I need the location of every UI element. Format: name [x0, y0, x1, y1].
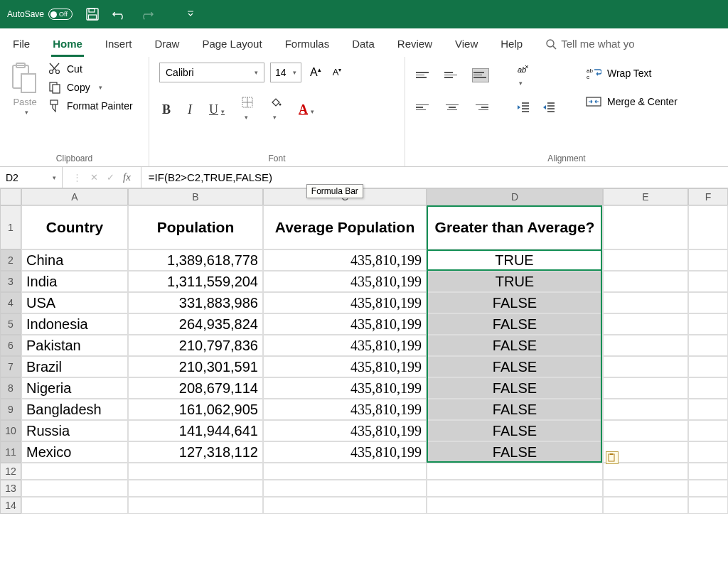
cell-D5[interactable]: FALSE: [427, 313, 603, 335]
fill-color-button[interactable]: ▾: [267, 95, 284, 124]
cell-C14[interactable]: [263, 497, 427, 514]
tab-file[interactable]: File: [11, 33, 31, 57]
cell-B12[interactable]: [128, 463, 263, 480]
name-box[interactable]: D2 ▾: [0, 167, 63, 188]
font-name-select[interactable]: Calibri ▾: [159, 63, 264, 82]
cell-E12[interactable]: [603, 463, 688, 480]
cell-F6[interactable]: [688, 335, 728, 356]
border-button[interactable]: ▾: [239, 95, 256, 124]
row-header-9[interactable]: 9: [0, 399, 21, 420]
tab-insert[interactable]: Insert: [104, 33, 134, 57]
tell-me-search[interactable]: Tell me what yo: [544, 33, 636, 57]
cell-F12[interactable]: [688, 463, 728, 480]
row-header-5[interactable]: 5: [0, 313, 21, 335]
cell-B4[interactable]: 331,883,986: [128, 292, 263, 313]
cell-D3[interactable]: TRUE: [427, 271, 603, 292]
cell-B9[interactable]: 161,062,905: [128, 399, 263, 420]
tab-review[interactable]: Review: [396, 33, 434, 57]
cell-E14[interactable]: [603, 497, 688, 514]
tab-view[interactable]: View: [454, 33, 479, 57]
cell-C5[interactable]: 435,810,199: [263, 313, 427, 335]
cell-C12[interactable]: [263, 463, 427, 480]
column-header-F[interactable]: F: [688, 188, 728, 205]
bold-button[interactable]: B: [159, 101, 173, 119]
cell-D4[interactable]: FALSE: [427, 292, 603, 313]
font-color-button[interactable]: A▾: [296, 101, 317, 119]
italic-button[interactable]: I: [185, 101, 195, 119]
column-header-A[interactable]: A: [21, 188, 128, 205]
redo-icon[interactable]: [139, 7, 154, 21]
autosave-toggle[interactable]: AutoSave Off: [7, 9, 73, 20]
cell-B11[interactable]: 127,318,112: [128, 441, 263, 463]
cell-D2[interactable]: TRUE: [427, 249, 603, 271]
cell-C1[interactable]: Average Population: [263, 205, 427, 249]
cell-F11[interactable]: [688, 441, 728, 463]
column-header-E[interactable]: E: [603, 188, 688, 205]
cell-B2[interactable]: 1,389,618,778: [128, 249, 263, 271]
row-header-11[interactable]: 11: [0, 441, 21, 463]
merge-center-button[interactable]: Merge & Center: [586, 95, 678, 108]
cell-A9[interactable]: Bangladesh: [21, 399, 128, 420]
cell-E1[interactable]: [603, 205, 688, 249]
cell-B1[interactable]: Population: [128, 205, 263, 249]
cell-C8[interactable]: 435,810,199: [263, 377, 427, 399]
cell-F7[interactable]: [688, 356, 728, 377]
align-top-button[interactable]: [415, 68, 432, 82]
underline-button[interactable]: U▾: [206, 101, 228, 119]
save-icon[interactable]: [85, 7, 100, 21]
cell-D1[interactable]: Greater than Average?: [427, 205, 603, 249]
align-bottom-button[interactable]: [472, 68, 489, 82]
column-header-B[interactable]: B: [128, 188, 263, 205]
paste-button[interactable]: Paste ▾: [10, 63, 40, 116]
cell-D8[interactable]: FALSE: [427, 377, 603, 399]
formula-bar[interactable]: =IF(B2>C2,TRUE,FALSE) Formula Bar: [141, 167, 728, 188]
cell-F9[interactable]: [688, 399, 728, 420]
cell-B7[interactable]: 210,301,591: [128, 356, 263, 377]
cell-D6[interactable]: FALSE: [427, 335, 603, 356]
row-header-2[interactable]: 2: [0, 249, 21, 271]
cell-C3[interactable]: 435,810,199: [263, 271, 427, 292]
font-size-select[interactable]: 14 ▾: [270, 63, 301, 82]
cell-C13[interactable]: [263, 480, 427, 497]
cell-A7[interactable]: Brazil: [21, 356, 128, 377]
cell-C7[interactable]: 435,810,199: [263, 356, 427, 377]
row-header-1[interactable]: 1: [0, 205, 21, 249]
paste-options-icon[interactable]: [606, 451, 619, 464]
increase-indent-button[interactable]: [542, 101, 556, 114]
cell-A5[interactable]: Indonesia: [21, 313, 128, 335]
cell-C6[interactable]: 435,810,199: [263, 335, 427, 356]
cell-E6[interactable]: [603, 335, 688, 356]
cell-E2[interactable]: [603, 249, 688, 271]
cell-E10[interactable]: [603, 420, 688, 441]
row-header-10[interactable]: 10: [0, 420, 21, 441]
decrease-indent-button[interactable]: [516, 101, 530, 114]
cell-A6[interactable]: Pakistan: [21, 335, 128, 356]
cell-A1[interactable]: Country: [21, 205, 128, 249]
cell-B5[interactable]: 264,935,824: [128, 313, 263, 335]
cell-E5[interactable]: [603, 313, 688, 335]
cut-button[interactable]: Cut: [48, 63, 133, 75]
row-header-6[interactable]: 6: [0, 335, 21, 356]
cell-A14[interactable]: [21, 497, 128, 514]
cell-C11[interactable]: 435,810,199: [263, 441, 427, 463]
tab-home[interactable]: Home: [51, 33, 84, 57]
cell-F10[interactable]: [688, 420, 728, 441]
cell-F14[interactable]: [688, 497, 728, 514]
cell-D9[interactable]: FALSE: [427, 399, 603, 420]
row-header-4[interactable]: 4: [0, 292, 21, 313]
fx-icon[interactable]: fx: [123, 171, 131, 183]
align-left-button[interactable]: [415, 100, 432, 114]
cell-D12[interactable]: [427, 463, 603, 480]
tab-data[interactable]: Data: [350, 33, 376, 57]
cell-B14[interactable]: [128, 497, 263, 514]
row-header-14[interactable]: 14: [0, 497, 21, 514]
cell-F13[interactable]: [688, 480, 728, 497]
cell-A4[interactable]: USA: [21, 292, 128, 313]
wrap-text-button[interactable]: abc Wrap Text: [586, 67, 678, 80]
cell-B8[interactable]: 208,679,114: [128, 377, 263, 399]
spreadsheet-grid[interactable]: ABCDEF1CountryPopulationAverage Populati…: [0, 188, 728, 514]
cell-B6[interactable]: 210,797,836: [128, 335, 263, 356]
cell-F5[interactable]: [688, 313, 728, 335]
cell-E13[interactable]: [603, 480, 688, 497]
align-middle-button[interactable]: [444, 68, 461, 82]
